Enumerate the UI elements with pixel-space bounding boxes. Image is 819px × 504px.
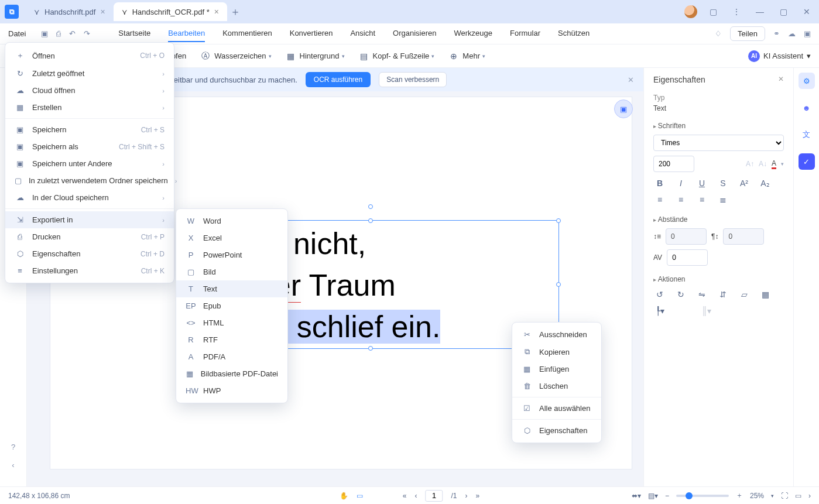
more-tool[interactable]: ⊕Mehr▾: [448, 51, 485, 61]
main-tab-formular[interactable]: Formular: [510, 25, 540, 42]
export-menu-item[interactable]: PPowerPoint: [176, 246, 287, 263]
prev-page-icon[interactable]: ‹: [414, 492, 417, 500]
export-menu-item[interactable]: WWord: [176, 212, 287, 229]
underline-icon[interactable]: U: [695, 177, 708, 190]
expand-right-icon[interactable]: ›: [808, 492, 811, 500]
collapse-left-icon[interactable]: ‹: [12, 461, 14, 469]
crop-icon[interactable]: ▱: [738, 288, 751, 301]
ai-assistant-button[interactable]: AI KI Assistent ▾: [748, 50, 811, 62]
sitemap-icon[interactable]: ⚭: [773, 29, 780, 38]
close-icon[interactable]: ✕: [628, 76, 634, 84]
zoom-in-icon[interactable]: ＋: [736, 491, 743, 500]
align-left-icon[interactable]: ≡: [653, 193, 666, 206]
file-menu-item[interactable]: ☁Cloud öffnen›: [5, 82, 174, 99]
file-menu-item[interactable]: ▢In zuletzt verwendetem Ordner speichern…: [5, 172, 174, 189]
align-right-icon[interactable]: ≡: [695, 193, 708, 206]
export-menu-item[interactable]: HWHWP: [176, 382, 287, 399]
align-center-icon[interactable]: ≡: [674, 193, 687, 206]
file-menu-item[interactable]: ▣SpeichernCtrl + S: [5, 121, 174, 138]
main-tab-werkzeuge[interactable]: Werkzeuge: [454, 25, 493, 42]
panel-toggle-icon[interactable]: ▢: [705, 7, 721, 16]
font-size-input[interactable]: [653, 156, 694, 172]
subscript-icon[interactable]: A₂: [759, 177, 772, 190]
context-menu-item[interactable]: 🗑Löschen: [512, 378, 601, 395]
rotate-right-icon[interactable]: ↻: [674, 288, 687, 301]
save-alt-icon[interactable]: ▣: [804, 29, 811, 38]
align-justify-icon[interactable]: ≣: [717, 193, 729, 206]
save-icon[interactable]: ▣: [41, 29, 48, 38]
align-objects-icon[interactable]: ┞▾: [653, 304, 666, 317]
print-icon[interactable]: ⎙: [56, 29, 61, 38]
close-icon[interactable]: ×: [214, 7, 219, 16]
page-input[interactable]: [425, 490, 443, 502]
checklist-icon[interactable]: ✓: [799, 153, 815, 170]
file-menu-item[interactable]: ⬡EigenschaftenCtrl + D: [5, 245, 174, 262]
file-menu-item[interactable]: ▦Erstellen›: [5, 99, 174, 116]
settings-sliders-icon[interactable]: ⚙: [799, 73, 815, 89]
minimize-icon[interactable]: —: [752, 7, 767, 16]
export-menu-item[interactable]: RRTF: [176, 331, 287, 348]
file-menu-item[interactable]: ⎙DruckenCtrl + P: [5, 228, 174, 245]
main-tab-kommentieren[interactable]: Kommentieren: [222, 25, 272, 42]
export-menu-item[interactable]: TText: [176, 280, 287, 297]
last-page-icon[interactable]: »: [476, 492, 480, 500]
main-tab-bearbeiten[interactable]: Bearbeiten: [168, 25, 205, 42]
background-tool[interactable]: ▦Hintergrund▾: [286, 51, 345, 61]
help-icon[interactable]: ?: [11, 443, 15, 451]
next-page-icon[interactable]: ›: [465, 492, 468, 500]
kebab-icon[interactable]: ⋮: [729, 7, 744, 16]
file-menu-item[interactable]: ⇲Exportiert in›: [5, 211, 174, 228]
context-menu-item[interactable]: ☑Alle auswählen: [512, 400, 601, 417]
export-menu-item[interactable]: XExcel: [176, 229, 287, 246]
ocr-run-button[interactable]: OCR ausführen: [306, 72, 371, 87]
context-menu-item[interactable]: ⧉Kopieren: [512, 343, 601, 361]
context-menu-item[interactable]: ⬡Eigenschaften: [512, 422, 601, 439]
translate-icon[interactable]: 文: [799, 126, 815, 143]
flip-vertical-icon[interactable]: ⇵: [717, 288, 729, 301]
export-menu-item[interactable]: <>HTML: [176, 314, 287, 331]
distribute-icon[interactable]: ║▾: [700, 304, 713, 317]
close-icon[interactable]: ✕: [778, 75, 784, 83]
cloud-upload-icon[interactable]: ☁: [788, 29, 796, 38]
increase-font-icon[interactable]: A↑: [746, 160, 754, 168]
file-menu-item[interactable]: ▣Speichern unter Andere›: [5, 155, 174, 172]
export-menu-item[interactable]: APDF/A: [176, 348, 287, 365]
decrease-font-icon[interactable]: A↓: [759, 160, 767, 168]
replace-icon[interactable]: ▦: [759, 288, 772, 301]
select-tool-icon[interactable]: ▭: [357, 492, 363, 500]
share-button[interactable]: Teilen: [730, 26, 765, 41]
main-tab-ansicht[interactable]: Ansicht: [350, 25, 375, 42]
lightbulb-icon[interactable]: ♢: [715, 29, 722, 38]
file-menu-item[interactable]: ↻Zuletzt geöffnet›: [5, 65, 174, 82]
document-tab-1[interactable]: ⋎ Handschrift_OCR.pdf * ×: [114, 2, 227, 21]
zoom-slider[interactable]: [676, 495, 729, 497]
context-menu-item[interactable]: ✂Ausschneiden: [512, 326, 601, 343]
font-family-select[interactable]: Times: [653, 135, 784, 151]
window-close-icon[interactable]: ✕: [799, 7, 814, 16]
page-layout-icon[interactable]: ▤▾: [648, 492, 658, 500]
fit-width-icon[interactable]: ⬌▾: [632, 492, 641, 500]
main-tab-konvertieren[interactable]: Konvertieren: [290, 25, 333, 42]
italic-icon[interactable]: I: [674, 177, 687, 190]
ocr-improve-button[interactable]: Scan verbessern: [379, 72, 447, 87]
undo-icon[interactable]: ↶: [69, 29, 76, 38]
superscript-icon[interactable]: A²: [738, 177, 751, 190]
context-menu-item[interactable]: ▦Einfügen: [512, 361, 601, 378]
file-menu-item[interactable]: ≡EinstellungenCtrl + K: [5, 262, 174, 279]
file-menu-item[interactable]: ▣Speichern alsCtrl + Shift + S: [5, 138, 174, 155]
file-menu-item[interactable]: ☁In der Cloud speichern›: [5, 189, 174, 206]
ai-chat-icon[interactable]: ☻: [799, 100, 815, 116]
first-page-icon[interactable]: «: [403, 492, 407, 500]
file-menu-item[interactable]: ＋ÖffnenCtrl + O: [5, 46, 174, 65]
main-tab-startseite[interactable]: Startseite: [118, 25, 150, 42]
header-footer-tool[interactable]: ▤Kopf- & Fußzeile▾: [359, 51, 435, 61]
bold-icon[interactable]: B: [653, 177, 666, 190]
document-tab-0[interactable]: ⋎ Handschrift.pdf ×: [26, 2, 114, 21]
export-menu-item[interactable]: ▢Bild: [176, 263, 287, 280]
flip-horizontal-icon[interactable]: ⇋: [695, 288, 708, 301]
hand-tool-icon[interactable]: ✋: [340, 492, 348, 500]
main-tab-organisieren[interactable]: Organisieren: [393, 25, 436, 42]
strikethrough-icon[interactable]: S: [717, 177, 729, 190]
export-menu-item[interactable]: ▦Bildbasierte PDF-Datei: [176, 365, 287, 382]
redo-icon[interactable]: ↷: [84, 29, 90, 38]
